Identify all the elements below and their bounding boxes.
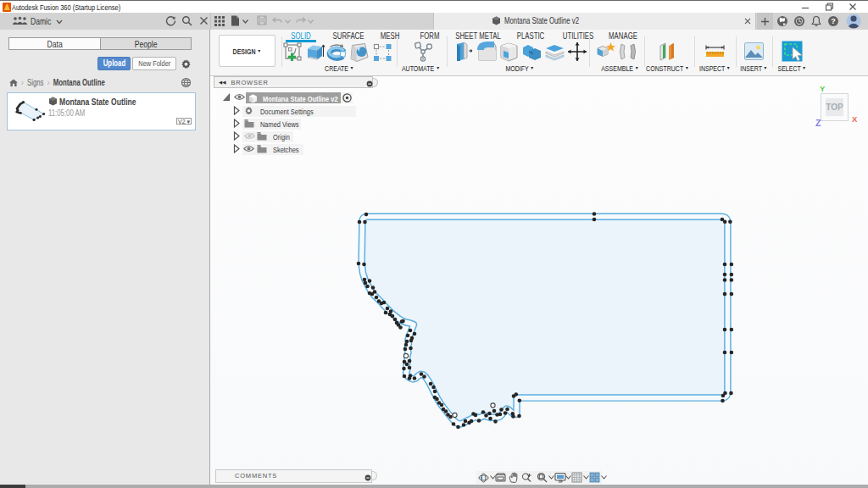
svg-text:?: ? <box>831 17 836 25</box>
